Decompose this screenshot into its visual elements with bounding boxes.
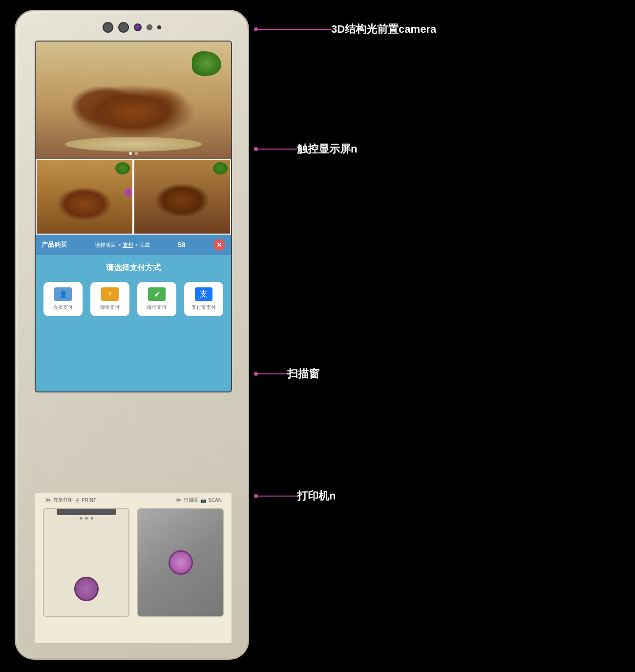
printer-connector-dot [254, 494, 258, 498]
touch-annotation: 触控显示屏n [254, 142, 357, 156]
print-icon: ≫ [45, 497, 51, 503]
print-label-en: PRINT [82, 498, 96, 503]
camera-annotation-text: 3D结构光前置camera [331, 22, 436, 37]
main-camera-lens [134, 23, 142, 31]
alipay-button[interactable]: 支 支付宝支付 [184, 282, 223, 316]
scan-icon: ≫ [175, 497, 182, 503]
dot-2 [135, 152, 138, 155]
touch-annotation-text: 触控显示屏n [297, 142, 357, 156]
touch-line [258, 149, 297, 150]
camera-line [258, 29, 331, 30]
camera-sensor [103, 22, 113, 33]
cash-pay-button[interactable]: ¥ 现金支付 [90, 282, 129, 316]
cash-icon: ¥ [101, 287, 119, 301]
touch-connector-dot [254, 147, 258, 151]
wechat-pay-button[interactable]: ✔ 微信支付 [137, 282, 176, 316]
camera-sensor-2 [118, 22, 129, 33]
printer-annotation-text: 打印机n [297, 489, 336, 503]
printer-panel [43, 508, 129, 617]
printer-dot-2 [85, 517, 87, 520]
thumb-greens-1 [115, 162, 130, 174]
printer-dots [80, 517, 93, 520]
scanner-panel [137, 508, 224, 617]
printer-sensor [74, 577, 99, 601]
bottom-labels: ≫ 凭条打印 🖨 PRINT ≫ 扫描区 📷 SCAN [35, 493, 232, 506]
bottom-hardware: ≫ 凭条打印 🖨 PRINT ≫ 扫描区 📷 SCAN [35, 492, 232, 644]
printer-dot-1 [80, 517, 82, 520]
status-bar: 产品购买 选择项目 > 支付 > 完成 58 ✕ [36, 235, 231, 255]
printer-line [258, 496, 297, 497]
plate-visual [65, 137, 202, 152]
touch-point-screen [124, 188, 132, 197]
scan-label: 扫描区 [184, 497, 198, 503]
printer-slot [57, 509, 116, 515]
close-button[interactable]: ✕ [213, 239, 225, 251]
microphone-hole [157, 25, 161, 29]
payment-title: 请选择支付方式 [42, 263, 225, 273]
food-thumbnails [36, 159, 231, 235]
member-icon: 👤 [54, 287, 72, 301]
scan-label-container: ≫ 扫描区 📷 SCAN [175, 497, 222, 503]
printer-annotation: 打印机n [254, 489, 336, 503]
device-body: 产品购买 选择项目 > 支付 > 完成 58 ✕ 请选择支付方式 👤 会员支付 … [15, 10, 249, 660]
bottom-panels [35, 506, 232, 619]
scanner-annotation-text: 扫描窗 [287, 367, 319, 381]
roasted-duck-visual [36, 42, 231, 159]
payment-area: 请选择支付方式 👤 会员支付 ¥ 现金支付 ✔ 微信支付 [36, 255, 231, 324]
alipay-label: 支付宝支付 [191, 304, 216, 311]
camera-connector-dot [254, 27, 258, 31]
wechat-icon: ✔ [148, 287, 166, 301]
food-main-image [36, 42, 231, 159]
annotations-overlay: 3D结构光前置camera 触控显示屏n 扫描窗 打印机n [254, 0, 625, 672]
greens-visual [192, 51, 221, 76]
payment-methods: 👤 会员支付 ¥ 现金支付 ✔ 微信支付 支 支付宝支付 [42, 282, 225, 316]
step-indicator: 选择项目 > 支付 > 完成 [95, 241, 150, 249]
print-label-container: ≫ 凭条打印 🖨 PRINT [45, 497, 96, 503]
camera-annotation: 3D结构光前置camera [254, 22, 436, 37]
food-thumb-2[interactable] [134, 160, 230, 234]
top-camera-bar [78, 20, 186, 35]
food-image-section [36, 42, 231, 235]
dot-1 [129, 152, 132, 155]
item-count: 58 [178, 241, 186, 249]
image-dots [129, 152, 138, 155]
print-icon-small: 🖨 [75, 498, 80, 503]
touch-screen[interactable]: 产品购买 选择项目 > 支付 > 完成 58 ✕ 请选择支付方式 👤 会员支付 … [35, 41, 232, 392]
printer-dot-3 [90, 517, 93, 520]
cash-label: 现金支付 [100, 304, 120, 311]
product-title: 产品购买 [42, 240, 67, 249]
scanner-line [258, 373, 287, 374]
scan-label-en: SCAN [208, 498, 222, 503]
scanner-annotation: 扫描窗 [254, 367, 319, 381]
scanner-connector-dot [254, 372, 258, 376]
scanner-sensor [169, 550, 193, 575]
kiosk-device: 产品购买 选择项目 > 支付 > 完成 58 ✕ 请选择支付方式 👤 会员支付 … [15, 10, 249, 660]
member-pay-button[interactable]: 👤 会员支付 [43, 282, 83, 316]
print-label: 凭条打印 [53, 497, 73, 503]
wechat-label: 微信支付 [147, 304, 167, 311]
food-thumb-1[interactable] [37, 160, 132, 234]
alipay-icon: 支 [195, 287, 212, 301]
scan-icon-small: 📷 [200, 498, 206, 503]
thumb-greens-2 [213, 162, 228, 174]
camera-small [147, 24, 152, 30]
member-label: 会员支付 [53, 304, 73, 311]
